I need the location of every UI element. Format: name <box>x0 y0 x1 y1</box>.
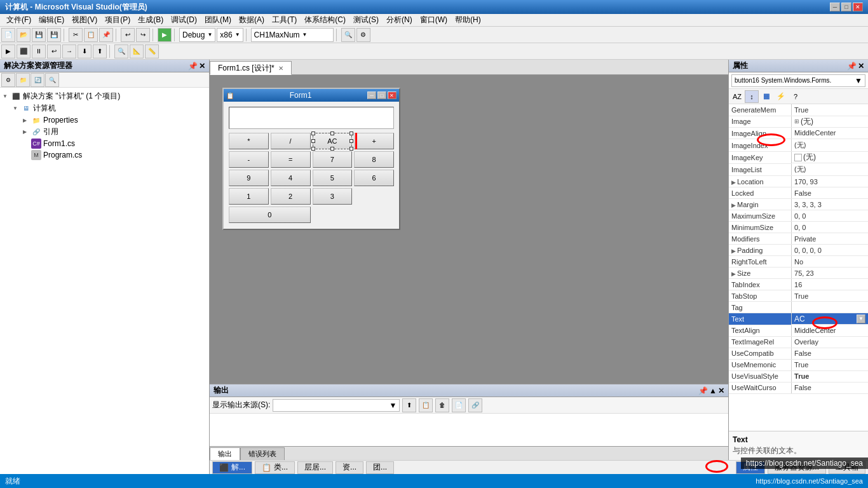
prop-value-maxsize[interactable]: 0, 0 <box>792 210 868 222</box>
prop-value-imagelist[interactable]: (无) <box>792 163 868 176</box>
menu-debug[interactable]: 调试(D) <box>167 13 201 27</box>
tb2-btn10[interactable]: 📏 <box>145 44 159 58</box>
prop-value-righttoleft[interactable]: No <box>792 256 868 268</box>
debug-mode-dropdown[interactable]: Debug ▼ <box>179 28 215 42</box>
prop-value-margin[interactable]: 3, 3, 3, 3 <box>792 199 868 210</box>
prop-name-text[interactable]: Text <box>729 313 792 325</box>
props-pin-icon[interactable]: 📌 <box>847 62 857 71</box>
props-grid-btn[interactable]: ▦ <box>759 90 773 103</box>
form-close-btn[interactable]: ✕ <box>388 92 397 99</box>
output-tab-errors[interactable]: 错误列表 <box>240 447 285 460</box>
new-project-btn[interactable]: 📄 <box>1 28 15 42</box>
designer-area[interactable]: 📋 Form1 ─ □ ✕ <box>210 75 728 384</box>
start-btn[interactable]: ▶ <box>158 28 172 42</box>
pin-icon[interactable]: 📌 <box>188 62 198 71</box>
se-properties-btn[interactable]: ⚙ <box>1 73 15 87</box>
output-btn3[interactable]: 🗑 <box>435 398 449 412</box>
output-tab-output[interactable]: 输出 <box>210 447 240 460</box>
calc-btn-minus[interactable]: - <box>229 151 269 168</box>
props-close-icon[interactable]: ✕ <box>858 62 864 71</box>
output-btn2[interactable]: 📋 <box>419 398 433 412</box>
programcs-tree-node[interactable]: M Program.cs <box>3 149 207 161</box>
bottom-tab-solution[interactable]: ⬛ 解... <box>212 461 252 474</box>
project-dropdown[interactable]: CH1MaxNum ▼ <box>251 28 334 42</box>
prop-value-usevisual[interactable]: True <box>792 370 868 382</box>
tb2-btn2[interactable]: ⬛ <box>17 44 31 58</box>
designer-tab-close[interactable]: ✕ <box>278 65 283 72</box>
save-btn[interactable]: 💾 <box>32 28 46 42</box>
props-alpha-btn[interactable]: ↕ <box>745 90 759 103</box>
solution-tree-root[interactable]: ▼ ⬛ 解决方案 "计算机" (1 个项目) <box>3 90 207 102</box>
designer-tab[interactable]: Form1.cs [设计]* ✕ <box>210 61 292 75</box>
prop-value-usecompat[interactable]: False <box>792 348 868 359</box>
prop-value-imageindex[interactable]: (无) <box>792 139 868 152</box>
menu-arch[interactable]: 体系结构(C) <box>301 13 349 27</box>
form-maximize-btn[interactable]: □ <box>377 92 386 99</box>
output-btn1[interactable]: ⬆ <box>402 398 416 412</box>
menu-team[interactable]: 团队(M) <box>201 13 235 27</box>
props-object-dropdown[interactable]: button16 System.Windows.Forms. ▼ <box>731 74 865 87</box>
project-tree-node[interactable]: ▼ 🖥 计算机 <box>3 102 207 114</box>
calc-btn-equals[interactable]: = <box>271 151 311 168</box>
copy-btn[interactable]: 📋 <box>84 28 98 42</box>
tb2-btn3[interactable]: ⏸ <box>32 44 46 58</box>
calc-btn-5[interactable]: 5 <box>313 170 353 186</box>
calc-btn-ac[interactable]: AC <box>313 133 353 149</box>
prop-value-padding[interactable]: 0, 0, 0, 0 <box>792 245 868 256</box>
bottom-tab-resources[interactable]: 资... <box>336 461 363 474</box>
calc-btn-plus[interactable]: + <box>354 133 394 149</box>
menu-window[interactable]: 窗口(W) <box>416 13 451 27</box>
menu-analyze[interactable]: 分析(N) <box>383 13 416 27</box>
prop-value-image[interactable]: ⊞ (无) <box>792 116 868 128</box>
menu-file[interactable]: 文件(F) <box>3 13 35 27</box>
bottom-tab-layers[interactable]: 层居... <box>297 461 333 474</box>
tb2-btn7[interactable]: ⬆ <box>93 44 107 58</box>
calc-btn-divide[interactable]: / <box>271 133 311 149</box>
menu-data[interactable]: 数据(A) <box>235 13 268 27</box>
props-cat-btn[interactable]: AZ <box>730 90 744 103</box>
close-panel-icon[interactable]: ✕ <box>199 62 205 71</box>
undo-btn[interactable]: ↩ <box>121 28 135 42</box>
tb2-btn6[interactable]: ⬇ <box>78 44 92 58</box>
prop-value-textimagerel[interactable]: Overlay <box>792 336 868 348</box>
output-expand-icon[interactable]: ▲ <box>709 386 717 395</box>
extra-btn-2[interactable]: ⚙ <box>356 28 370 42</box>
prop-value-textalign[interactable]: MiddleCenter <box>792 325 868 336</box>
output-source-dropdown[interactable]: ▼ <box>273 399 400 412</box>
output-btn5[interactable]: 🔗 <box>468 398 482 412</box>
prop-text-dropdown-btn[interactable]: ▼ <box>857 315 865 323</box>
se-search-btn[interactable]: 🔍 <box>45 73 59 87</box>
maximize-button[interactable]: □ <box>841 3 851 11</box>
tb2-btn9[interactable]: 📐 <box>130 44 144 58</box>
prop-value-usemnemonic[interactable]: True <box>792 359 868 370</box>
close-button[interactable]: ✕ <box>853 3 863 11</box>
menu-edit[interactable]: 编辑(E) <box>35 13 68 27</box>
calc-btn-7[interactable]: 7 <box>313 151 353 168</box>
se-show-files-btn[interactable]: 📁 <box>16 73 30 87</box>
menu-tools[interactable]: 工具(T) <box>268 13 301 27</box>
calc-btn-2[interactable]: 2 <box>271 188 311 205</box>
references-tree-node[interactable]: ▶ 🔗 引用 <box>3 126 207 138</box>
prop-value-location[interactable]: 170, 93 <box>792 176 868 187</box>
props-events-btn[interactable]: ⚡ <box>774 90 788 103</box>
calc-btn-3[interactable]: 3 <box>313 188 353 205</box>
prop-value-imagealign[interactable]: MiddleCenter <box>792 128 868 139</box>
prop-value-size[interactable]: 75, 23 <box>792 268 868 279</box>
calc-btn-1[interactable]: 1 <box>229 188 269 205</box>
prop-value-tag[interactable] <box>792 302 868 313</box>
properties-tree-node[interactable]: ▶ 📁 Properties <box>3 114 207 126</box>
open-btn[interactable]: 📂 <box>17 28 31 42</box>
minimize-button[interactable]: ─ <box>830 3 840 11</box>
output-btn4[interactable]: 📄 <box>452 398 466 412</box>
output-pin-icon[interactable]: 📌 <box>698 386 708 395</box>
calc-btn-0[interactable]: 0 <box>229 207 311 223</box>
prop-value-generatemem[interactable]: True <box>792 104 868 116</box>
menu-test[interactable]: 测试(S) <box>349 13 383 27</box>
tb2-find-btn[interactable]: 🔍 <box>114 44 128 58</box>
props-help-btn[interactable]: ? <box>789 90 803 103</box>
prop-value-minsize[interactable]: 0, 0 <box>792 222 868 233</box>
tb2-btn1[interactable]: ▶ <box>1 44 15 58</box>
tb2-btn5[interactable]: → <box>62 44 76 58</box>
save-all-btn[interactable]: 💾 <box>47 28 61 42</box>
tb2-btn4[interactable]: ↩ <box>47 44 61 58</box>
